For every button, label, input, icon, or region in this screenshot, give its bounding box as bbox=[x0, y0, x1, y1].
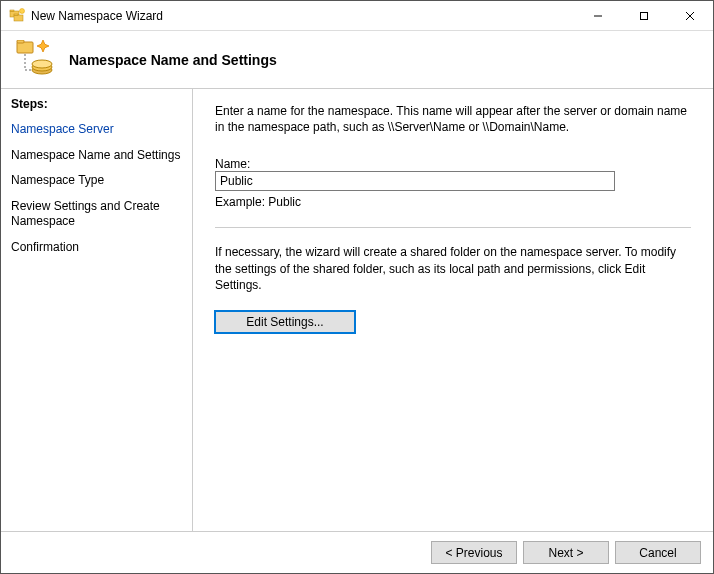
sidebar-step-2[interactable]: Namespace Type bbox=[1, 168, 192, 194]
body: Steps: Namespace ServerNamespace Name an… bbox=[1, 89, 713, 531]
app-icon bbox=[9, 8, 25, 24]
wizard-header-title: Namespace Name and Settings bbox=[69, 52, 277, 68]
wizard-header: Namespace Name and Settings bbox=[1, 31, 713, 89]
svg-rect-10 bbox=[17, 40, 24, 43]
svg-rect-1 bbox=[10, 10, 14, 12]
svg-point-4 bbox=[20, 8, 25, 13]
sidebar-step-3[interactable]: Review Settings and Create Namespace bbox=[1, 194, 192, 235]
intro-text: Enter a name for the namespace. This nam… bbox=[215, 103, 691, 135]
divider bbox=[215, 227, 691, 228]
example-text: Example: Public bbox=[215, 195, 691, 209]
sidebar-step-1[interactable]: Namespace Name and Settings bbox=[1, 143, 192, 169]
hint-text: If necessary, the wizard will create a s… bbox=[215, 244, 691, 293]
titlebar: New Namespace Wizard bbox=[1, 1, 713, 31]
steps-sidebar: Steps: Namespace ServerNamespace Name an… bbox=[1, 89, 193, 531]
cancel-button[interactable]: Cancel bbox=[615, 541, 701, 564]
next-button[interactable]: Next > bbox=[523, 541, 609, 564]
name-input[interactable] bbox=[215, 171, 615, 191]
content-panel: Enter a name for the namespace. This nam… bbox=[193, 89, 713, 531]
edit-settings-button[interactable]: Edit Settings... bbox=[215, 311, 355, 333]
wizard-footer: < Previous Next > Cancel bbox=[1, 531, 713, 573]
minimize-button[interactable] bbox=[575, 1, 621, 31]
close-button[interactable] bbox=[667, 1, 713, 31]
sidebar-step-4[interactable]: Confirmation bbox=[1, 235, 192, 261]
svg-point-15 bbox=[32, 60, 52, 68]
wizard-header-icon bbox=[15, 40, 55, 80]
maximize-button[interactable] bbox=[621, 1, 667, 31]
steps-heading: Steps: bbox=[1, 95, 192, 117]
name-label: Name: bbox=[215, 157, 691, 171]
sidebar-step-0[interactable]: Namespace Server bbox=[1, 117, 192, 143]
svg-rect-6 bbox=[641, 12, 648, 19]
svg-rect-9 bbox=[17, 42, 33, 53]
svg-rect-3 bbox=[14, 14, 18, 16]
svg-rect-2 bbox=[14, 15, 23, 21]
window-controls bbox=[575, 1, 713, 31]
window-title: New Namespace Wizard bbox=[31, 9, 575, 23]
previous-button[interactable]: < Previous bbox=[431, 541, 517, 564]
